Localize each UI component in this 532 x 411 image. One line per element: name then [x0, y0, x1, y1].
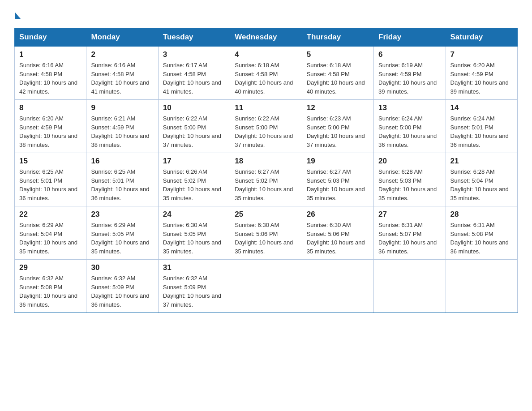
day-number: 16 — [91, 157, 153, 166]
day-number: 12 — [307, 103, 369, 112]
day-info: Sunrise: 6:27 AMSunset: 5:02 PMDaylight:… — [235, 168, 293, 201]
day-info: Sunrise: 6:19 AMSunset: 4:59 PMDaylight:… — [378, 62, 437, 95]
calendar-cell: 5 Sunrise: 6:18 AMSunset: 4:58 PMDayligh… — [302, 47, 373, 100]
day-number: 15 — [19, 157, 82, 166]
day-number: 23 — [91, 210, 153, 219]
day-number: 18 — [235, 157, 297, 166]
day-number: 28 — [450, 210, 513, 219]
calendar-cell: 24 Sunrise: 6:30 AMSunset: 5:05 PMDaylig… — [158, 206, 230, 260]
day-info: Sunrise: 6:26 AMSunset: 5:02 PMDaylight:… — [163, 168, 221, 201]
weekday-header-tuesday: Tuesday — [158, 28, 230, 47]
calendar-cell: 27 Sunrise: 6:31 AMSunset: 5:07 PMDaylig… — [374, 206, 446, 260]
day-info: Sunrise: 6:18 AMSunset: 4:58 PMDaylight:… — [307, 62, 365, 95]
day-info: Sunrise: 6:28 AMSunset: 5:04 PMDaylight:… — [450, 168, 509, 201]
calendar-week-row: 22 Sunrise: 6:29 AMSunset: 5:04 PMDaylig… — [15, 206, 518, 260]
day-number: 17 — [163, 157, 225, 166]
day-info: Sunrise: 6:22 AMSunset: 5:00 PMDaylight:… — [163, 115, 221, 148]
weekday-header-wednesday: Wednesday — [230, 28, 302, 47]
calendar-cell: 17 Sunrise: 6:26 AMSunset: 5:02 PMDaylig… — [158, 153, 230, 206]
calendar-week-row: 1 Sunrise: 6:16 AMSunset: 4:58 PMDayligh… — [15, 47, 518, 100]
weekday-header-row: SundayMondayTuesdayWednesdayThursdayFrid… — [15, 28, 518, 47]
calendar-cell — [446, 260, 517, 313]
day-info: Sunrise: 6:30 AMSunset: 5:06 PMDaylight:… — [307, 222, 365, 255]
day-info: Sunrise: 6:25 AMSunset: 5:01 PMDaylight:… — [91, 168, 149, 201]
day-number: 9 — [91, 103, 153, 112]
day-info: Sunrise: 6:20 AMSunset: 4:59 PMDaylight:… — [19, 115, 77, 148]
calendar-cell: 23 Sunrise: 6:29 AMSunset: 5:05 PMDaylig… — [86, 206, 158, 260]
weekday-header-thursday: Thursday — [302, 28, 373, 47]
calendar-cell: 29 Sunrise: 6:32 AMSunset: 5:08 PMDaylig… — [15, 260, 86, 313]
calendar-cell: 7 Sunrise: 6:20 AMSunset: 4:59 PMDayligh… — [446, 47, 517, 100]
day-info: Sunrise: 6:17 AMSunset: 4:58 PMDaylight:… — [163, 62, 221, 95]
calendar-cell: 2 Sunrise: 6:16 AMSunset: 4:58 PMDayligh… — [86, 47, 158, 100]
day-number: 19 — [307, 157, 369, 166]
day-number: 21 — [450, 157, 513, 166]
calendar-table: SundayMondayTuesdayWednesdayThursdayFrid… — [14, 28, 518, 313]
day-number: 4 — [235, 50, 297, 59]
day-number: 11 — [235, 103, 297, 112]
calendar-cell — [374, 260, 446, 313]
day-number: 22 — [19, 210, 82, 219]
calendar-cell: 19 Sunrise: 6:27 AMSunset: 5:03 PMDaylig… — [302, 153, 373, 206]
calendar-cell: 25 Sunrise: 6:30 AMSunset: 5:06 PMDaylig… — [230, 206, 302, 260]
calendar-cell: 15 Sunrise: 6:25 AMSunset: 5:01 PMDaylig… — [15, 153, 86, 206]
day-number: 20 — [378, 157, 441, 166]
day-number: 3 — [163, 50, 225, 59]
calendar-cell: 20 Sunrise: 6:28 AMSunset: 5:03 PMDaylig… — [374, 153, 446, 206]
calendar-cell: 31 Sunrise: 6:32 AMSunset: 5:09 PMDaylig… — [158, 260, 230, 313]
weekday-header-friday: Friday — [374, 28, 446, 47]
calendar-cell: 30 Sunrise: 6:32 AMSunset: 5:09 PMDaylig… — [86, 260, 158, 313]
day-number: 1 — [19, 50, 82, 59]
calendar-cell: 9 Sunrise: 6:21 AMSunset: 4:59 PMDayligh… — [86, 100, 158, 153]
day-info: Sunrise: 6:16 AMSunset: 4:58 PMDaylight:… — [19, 62, 77, 95]
day-info: Sunrise: 6:29 AMSunset: 5:05 PMDaylight:… — [91, 222, 149, 255]
day-info: Sunrise: 6:31 AMSunset: 5:07 PMDaylight:… — [378, 222, 437, 255]
page-header — [14, 11, 518, 19]
calendar-week-row: 8 Sunrise: 6:20 AMSunset: 4:59 PMDayligh… — [15, 100, 518, 153]
calendar-cell: 16 Sunrise: 6:25 AMSunset: 5:01 PMDaylig… — [86, 153, 158, 206]
day-info: Sunrise: 6:32 AMSunset: 5:09 PMDaylight:… — [163, 275, 221, 308]
day-number: 30 — [91, 263, 153, 272]
calendar-cell: 18 Sunrise: 6:27 AMSunset: 5:02 PMDaylig… — [230, 153, 302, 206]
day-info: Sunrise: 6:18 AMSunset: 4:58 PMDaylight:… — [235, 62, 293, 95]
day-info: Sunrise: 6:31 AMSunset: 5:08 PMDaylight:… — [450, 222, 509, 255]
day-number: 13 — [378, 103, 441, 112]
calendar-week-row: 15 Sunrise: 6:25 AMSunset: 5:01 PMDaylig… — [15, 153, 518, 206]
day-number: 10 — [163, 103, 225, 112]
day-info: Sunrise: 6:25 AMSunset: 5:01 PMDaylight:… — [19, 168, 77, 201]
day-info: Sunrise: 6:30 AMSunset: 5:06 PMDaylight:… — [235, 222, 293, 255]
day-info: Sunrise: 6:30 AMSunset: 5:05 PMDaylight:… — [163, 222, 221, 255]
weekday-header-monday: Monday — [86, 28, 158, 47]
calendar-cell: 4 Sunrise: 6:18 AMSunset: 4:58 PMDayligh… — [230, 47, 302, 100]
calendar-cell: 12 Sunrise: 6:23 AMSunset: 5:00 PMDaylig… — [302, 100, 373, 153]
day-info: Sunrise: 6:32 AMSunset: 5:09 PMDaylight:… — [91, 275, 149, 308]
calendar-cell — [230, 260, 302, 313]
day-info: Sunrise: 6:29 AMSunset: 5:04 PMDaylight:… — [19, 222, 77, 255]
calendar-week-row: 29 Sunrise: 6:32 AMSunset: 5:08 PMDaylig… — [15, 260, 518, 313]
day-info: Sunrise: 6:22 AMSunset: 5:00 PMDaylight:… — [235, 115, 293, 148]
day-info: Sunrise: 6:21 AMSunset: 4:59 PMDaylight:… — [91, 115, 149, 148]
calendar-cell: 13 Sunrise: 6:24 AMSunset: 5:00 PMDaylig… — [374, 100, 446, 153]
calendar-cell: 21 Sunrise: 6:28 AMSunset: 5:04 PMDaylig… — [446, 153, 517, 206]
calendar-cell: 10 Sunrise: 6:22 AMSunset: 5:00 PMDaylig… — [158, 100, 230, 153]
day-info: Sunrise: 6:23 AMSunset: 5:00 PMDaylight:… — [307, 115, 365, 148]
day-number: 27 — [378, 210, 441, 219]
calendar-cell: 11 Sunrise: 6:22 AMSunset: 5:00 PMDaylig… — [230, 100, 302, 153]
calendar-cell: 26 Sunrise: 6:30 AMSunset: 5:06 PMDaylig… — [302, 206, 373, 260]
day-info: Sunrise: 6:16 AMSunset: 4:58 PMDaylight:… — [91, 62, 149, 95]
calendar-cell: 14 Sunrise: 6:24 AMSunset: 5:01 PMDaylig… — [446, 100, 517, 153]
weekday-header-sunday: Sunday — [15, 28, 86, 47]
day-number: 29 — [19, 263, 82, 272]
day-number: 8 — [19, 103, 82, 112]
day-number: 24 — [163, 210, 225, 219]
day-number: 14 — [450, 103, 513, 112]
calendar-cell: 22 Sunrise: 6:29 AMSunset: 5:04 PMDaylig… — [15, 206, 86, 260]
day-number: 2 — [91, 50, 153, 59]
calendar-cell: 8 Sunrise: 6:20 AMSunset: 4:59 PMDayligh… — [15, 100, 86, 153]
day-info: Sunrise: 6:27 AMSunset: 5:03 PMDaylight:… — [307, 168, 365, 201]
logo — [14, 11, 21, 19]
day-info: Sunrise: 6:24 AMSunset: 5:00 PMDaylight:… — [378, 115, 437, 148]
day-info: Sunrise: 6:24 AMSunset: 5:01 PMDaylight:… — [450, 115, 509, 148]
day-number: 6 — [378, 50, 441, 59]
day-number: 26 — [307, 210, 369, 219]
